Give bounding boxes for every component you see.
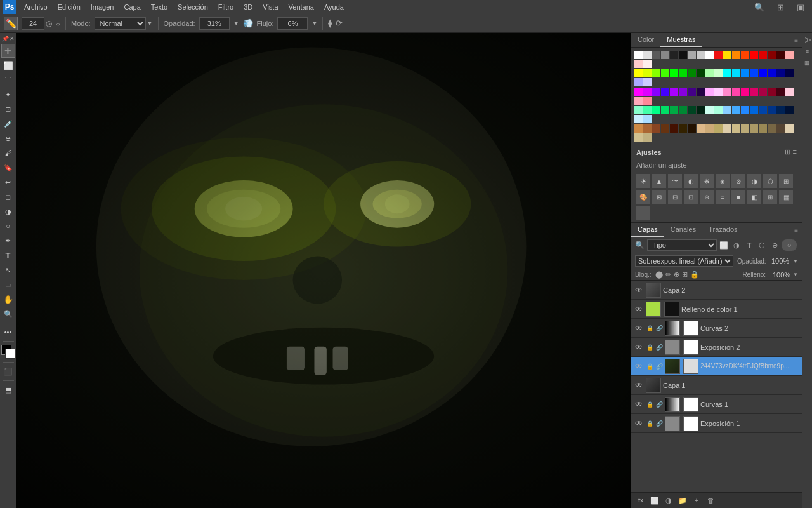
swatch[interactable] <box>741 88 749 96</box>
hand-tool[interactable]: ✋ <box>1 292 15 306</box>
add-layer-icon[interactable]: + <box>691 495 702 506</box>
opacity-input[interactable]: 31% <box>199 17 230 30</box>
swatch[interactable] <box>643 106 652 114</box>
swatch[interactable] <box>643 51 652 59</box>
filter-adj-icon[interactable]: ◑ <box>731 239 742 251</box>
layer-row-exposicion1[interactable]: 👁 🔒 🔗 Exposición 1 <box>631 414 802 433</box>
swatch[interactable] <box>714 88 723 96</box>
swatch[interactable] <box>776 51 785 59</box>
swatch[interactable] <box>679 51 687 59</box>
swatch[interactable] <box>776 69 785 77</box>
swatch[interactable] <box>670 124 678 133</box>
crop-tool[interactable]: ⊡ <box>1 102 15 116</box>
menu-ventana[interactable]: Ventana <box>284 2 319 12</box>
add-adjustment-icon[interactable]: ◑ <box>663 495 674 506</box>
swatch[interactable] <box>768 88 776 96</box>
brush-tool-active[interactable]: ✏️ <box>4 17 18 30</box>
lock-move-icon[interactable]: ⊞ <box>682 271 688 279</box>
add-mask-icon[interactable]: ⬜ <box>649 495 660 506</box>
swatch[interactable] <box>679 124 687 133</box>
move-tool[interactable]: ✛ <box>1 44 15 58</box>
swatch[interactable] <box>688 51 696 59</box>
swatch[interactable] <box>643 78 652 86</box>
brush-preset-icon[interactable]: ⬦ <box>56 19 60 28</box>
swatch[interactable] <box>652 106 660 114</box>
layer-visibility-capa1[interactable]: 👁 <box>634 380 644 391</box>
brush-size-icon[interactable]: ◎ <box>46 19 52 28</box>
swatch[interactable] <box>732 106 740 114</box>
posterize-icon[interactable]: ⊟ <box>668 190 682 204</box>
eyedropper-tool[interactable]: 💉 <box>1 117 15 131</box>
swatch[interactable] <box>652 69 660 77</box>
layer-row-capa1[interactable]: 👁 Capa 1 <box>631 376 802 395</box>
swatch[interactable] <box>643 60 652 68</box>
threshold-icon[interactable]: ⊡ <box>684 190 698 204</box>
swatch[interactable] <box>759 69 767 77</box>
lasso-tool[interactable]: ⌒ <box>1 73 15 87</box>
gradient-fill-icon[interactable]: ◧ <box>747 190 761 204</box>
layout-icon[interactable]: ▣ <box>792 1 809 13</box>
pattern-fill-icon[interactable]: ⊞ <box>763 190 777 204</box>
swatch[interactable] <box>759 88 767 96</box>
magic-wand-tool[interactable]: ✦ <box>1 88 15 102</box>
swatch[interactable] <box>670 106 678 114</box>
swatch[interactable] <box>705 69 714 77</box>
swatch[interactable] <box>679 106 687 114</box>
swatch[interactable] <box>697 69 705 77</box>
filter-text-icon[interactable]: T <box>743 239 755 251</box>
swatch[interactable] <box>661 88 669 96</box>
tab-color[interactable]: Color <box>631 33 660 47</box>
swatch[interactable] <box>634 69 643 77</box>
tab-trazados[interactable]: Trazados <box>702 223 743 237</box>
swatch[interactable] <box>750 106 758 114</box>
swatch[interactable] <box>759 51 767 59</box>
swatch[interactable] <box>723 69 731 77</box>
swatch[interactable] <box>679 88 687 96</box>
text-tool[interactable]: T <box>1 248 15 262</box>
swatch[interactable] <box>714 124 723 133</box>
swatch[interactable] <box>661 124 669 133</box>
swatch[interactable] <box>759 106 767 114</box>
swatch[interactable] <box>714 69 723 77</box>
swatch[interactable] <box>732 51 740 59</box>
lock-all-icon[interactable]: 🔒 <box>690 271 699 279</box>
swatch[interactable] <box>723 51 731 59</box>
layer-row-image[interactable]: 👁 🔒 🔗 244V73vzDKf4trFJQfBbmo9p... <box>631 357 802 376</box>
layer-visibility-relleno1[interactable]: 👁 <box>634 304 644 314</box>
menu-vista[interactable]: Vista <box>258 2 283 12</box>
strip-btn-2[interactable]: ≡ <box>803 47 812 56</box>
swatch[interactable] <box>732 124 740 133</box>
spot-heal-tool[interactable]: ⊕ <box>1 131 15 145</box>
color-panel-menu[interactable]: ≡ <box>793 37 799 44</box>
layer-row-exposicion2[interactable]: 👁 🔒 🔗 Exposición 2 <box>631 338 802 357</box>
grid-icon[interactable]: ▦ <box>779 190 793 204</box>
add-group-icon[interactable]: 📁 <box>677 495 688 506</box>
swatch[interactable] <box>697 88 705 96</box>
swatch[interactable] <box>634 78 643 86</box>
invert-icon[interactable]: ⊠ <box>652 190 666 204</box>
ajustes-menu-icon[interactable]: ≡ <box>793 148 797 156</box>
swatch[interactable] <box>750 88 758 96</box>
swatch[interactable] <box>652 51 660 59</box>
swatch[interactable] <box>768 51 776 59</box>
swatch[interactable] <box>688 106 696 114</box>
layer-visibility-curvas2[interactable]: 👁 <box>634 323 644 333</box>
swatch[interactable] <box>643 88 652 96</box>
smoothing-icon[interactable]: ⧫ <box>328 18 332 28</box>
brush-tool[interactable]: 🖌 <box>1 146 15 160</box>
swatch[interactable] <box>741 106 749 114</box>
swatch[interactable] <box>705 106 714 114</box>
menu-3d[interactable]: 3D <box>239 2 258 12</box>
swatch[interactable] <box>723 124 731 133</box>
pin-icon[interactable]: 📌 <box>2 36 9 42</box>
swatch[interactable] <box>661 106 669 114</box>
delete-layer-icon[interactable]: 🗑 <box>705 495 716 506</box>
swatch[interactable] <box>634 115 643 123</box>
swatch[interactable] <box>643 69 652 77</box>
levels-icon[interactable]: ▲ <box>652 174 666 188</box>
bw-icon[interactable]: ◑ <box>747 174 761 188</box>
layer-visibility-exposicion1[interactable]: 👁 <box>634 418 644 429</box>
history-brush-tool[interactable]: ↩ <box>1 175 15 189</box>
swatch[interactable] <box>768 124 776 133</box>
filter-pixel-icon[interactable]: ⬜ <box>718 239 730 251</box>
